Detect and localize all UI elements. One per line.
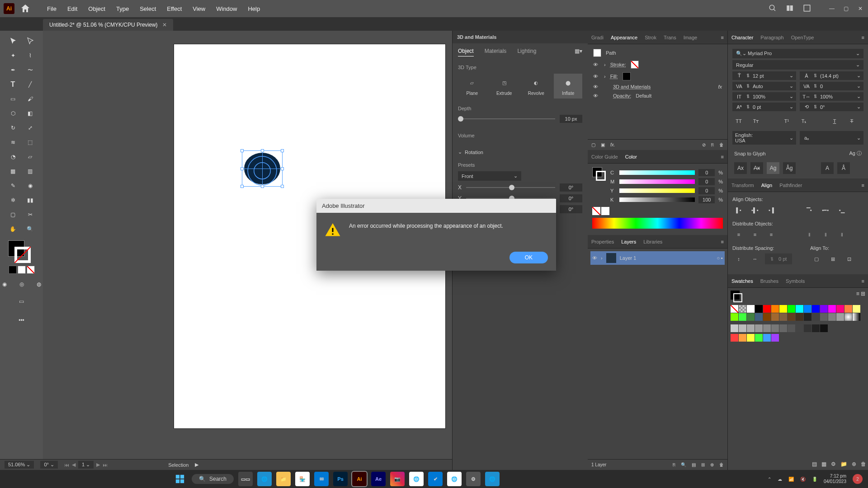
vertical-scale[interactable]: IT⥮100%⌄ — [732, 92, 796, 101]
symbol-sprayer-tool[interactable]: ✲ — [5, 193, 21, 207]
swatch-list-icon[interactable]: ≡ — [856, 291, 859, 297]
status-play-icon[interactable]: ▶ — [195, 462, 198, 468]
baseline-shift[interactable]: Aª⥮0 pt⌄ — [732, 103, 796, 111]
align-hcenter[interactable]: ▪▌▪ — [749, 205, 761, 216]
eyedropper-tool[interactable]: ✎ — [5, 179, 21, 192]
tray-onedrive-icon[interactable]: ☁ — [778, 477, 782, 482]
menu-help[interactable]: Help — [242, 5, 265, 12]
dist-bottom[interactable]: ≡ — [765, 229, 778, 240]
char-rotation[interactable]: ⟲⥮0°⌄ — [800, 103, 863, 111]
visibility-toggle[interactable]: 👁 — [593, 84, 599, 89]
swatch[interactable] — [747, 313, 755, 321]
font-style-select[interactable]: Regular⌄ — [732, 60, 863, 70]
visibility-toggle[interactable]: 👁 — [593, 93, 599, 99]
swatch-lib-icon[interactable]: ▤ — [812, 461, 817, 467]
swatch-registration[interactable] — [739, 305, 746, 313]
tab-transparency[interactable]: Trans — [664, 35, 676, 40]
tab-stroke[interactable]: Strok — [645, 35, 656, 40]
swatch[interactable] — [755, 324, 763, 332]
menu-file[interactable]: File — [42, 5, 62, 12]
curvature-tool[interactable]: 〜 — [22, 63, 38, 77]
font-family-select[interactable]: 🔍⌄ Myriad Pro⌄ — [732, 49, 863, 58]
line-tool[interactable]: ╱ — [22, 78, 38, 91]
swatch[interactable] — [812, 313, 820, 321]
dist-top[interactable]: ≡ — [732, 229, 745, 240]
align-to-key[interactable]: ⊡ — [843, 253, 855, 264]
draw-mode[interactable]: ◉ — [0, 277, 13, 291]
tab-align[interactable]: Align — [761, 183, 772, 188]
tab-libraries[interactable]: Libraries — [643, 239, 662, 244]
new-layer-icon[interactable]: ⊕ — [710, 462, 714, 467]
layer-row[interactable]: 👁 › Layer 1 ○ ▪ — [590, 251, 725, 265]
rotation-header[interactable]: ⌄Rotation — [453, 145, 588, 159]
tab-brushes[interactable]: Brushes — [760, 278, 778, 284]
menu-effect[interactable]: Effect — [161, 5, 187, 12]
layer-target-icon[interactable]: ○ ▪ — [717, 255, 723, 261]
swatch[interactable] — [788, 313, 795, 321]
small-caps-icon[interactable]: Tᴛ — [751, 117, 760, 126]
dist-left[interactable]: ⦀ — [803, 229, 816, 240]
tab-layers[interactable]: Layers — [621, 239, 636, 244]
slice-tool[interactable]: ✂ — [22, 208, 38, 221]
swatch[interactable] — [836, 313, 844, 321]
page-next[interactable]: ▶ — [96, 462, 100, 468]
subscript-icon[interactable]: T₁ — [799, 117, 808, 126]
presets-select[interactable]: Front⌄ — [458, 171, 521, 181]
none-swatch[interactable] — [592, 207, 600, 215]
type-inflate[interactable]: ⬤Inflate — [554, 74, 582, 99]
dist-vspacing[interactable]: ↕ — [732, 253, 745, 264]
app-todo[interactable]: ✔ — [428, 472, 443, 486]
m-slider[interactable] — [619, 179, 695, 184]
antialias-select[interactable]: aₐ⌄ — [800, 131, 863, 145]
type-plane[interactable]: ▱Plane — [458, 74, 486, 99]
delete-layer-icon[interactable]: 🗑 — [719, 462, 724, 467]
align-left[interactable]: ▌▪ — [732, 205, 745, 216]
tab-opentype[interactable]: OpenType — [791, 35, 814, 40]
panel-menu-icon[interactable]: ≡ — [721, 154, 724, 160]
swatch[interactable] — [779, 305, 787, 313]
align-to-selection[interactable]: ⊞ — [826, 253, 839, 264]
clip-icon[interactable]: ▤ — [692, 462, 696, 467]
swatch[interactable] — [771, 334, 779, 342]
y-value[interactable]: 0° — [560, 194, 582, 202]
swatch[interactable] — [812, 324, 820, 332]
depth-slider[interactable] — [458, 118, 555, 119]
none-mode-swatch[interactable] — [27, 266, 35, 274]
tab-color[interactable]: Color — [625, 154, 637, 160]
mesh-tool[interactable]: ▦ — [5, 164, 21, 178]
swatch[interactable] — [836, 305, 844, 313]
swatch[interactable] — [739, 334, 746, 342]
lasso-tool[interactable]: ⌇ — [22, 49, 38, 62]
swatch-options-icon[interactable]: ⚙ — [831, 461, 836, 467]
swatch[interactable] — [788, 324, 795, 332]
swatch[interactable] — [763, 334, 771, 342]
start-button[interactable] — [173, 472, 187, 486]
tray-wifi-icon[interactable]: 📶 — [788, 477, 794, 482]
swatch[interactable] — [820, 313, 828, 321]
app-edge[interactable]: 🌐 — [257, 472, 272, 486]
swatch[interactable] — [731, 313, 738, 321]
app-chrome2[interactable]: 🌐 — [447, 472, 462, 486]
swatch[interactable] — [747, 305, 755, 313]
fill-stroke-indicator[interactable] — [8, 240, 35, 263]
new-fill-icon[interactable]: ▢ — [591, 142, 595, 147]
all-caps-icon[interactable]: TT — [734, 117, 743, 126]
k-slider[interactable] — [619, 197, 695, 202]
tab-lighting[interactable]: Lighting — [517, 48, 536, 56]
tray-battery-icon[interactable]: 🔋 — [812, 477, 817, 482]
tracking[interactable]: VA⥮0⌄ — [800, 82, 863, 90]
app-photoshop[interactable]: Ps — [333, 472, 348, 486]
app-explorer[interactable]: 📁 — [276, 472, 291, 486]
swatch[interactable] — [820, 305, 828, 313]
swatch[interactable] — [731, 324, 738, 332]
glyph-ax2[interactable]: Ax — [750, 162, 763, 174]
selected-object[interactable] — [242, 150, 283, 187]
x-slider[interactable] — [466, 187, 555, 188]
white-swatch[interactable] — [601, 207, 609, 215]
tab-pathfinder[interactable]: Pathfinder — [779, 183, 802, 188]
swatch[interactable] — [853, 305, 860, 313]
new-swatch-icon[interactable]: ⊕ — [852, 461, 856, 467]
swatch[interactable] — [755, 313, 763, 321]
swatch[interactable] — [755, 334, 763, 342]
swatch[interactable] — [804, 324, 811, 332]
